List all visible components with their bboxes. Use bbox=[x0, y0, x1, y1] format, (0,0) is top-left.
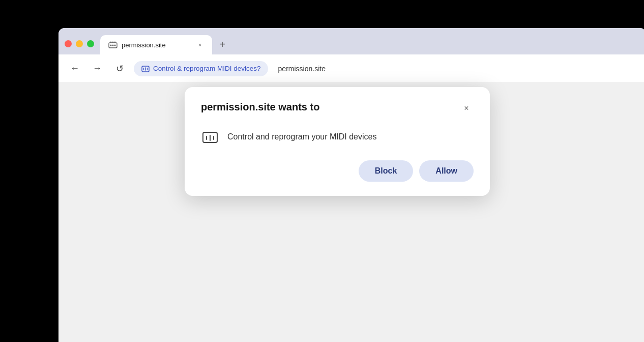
dialog-title: permission.site wants to bbox=[201, 101, 319, 113]
back-button[interactable]: ← bbox=[67, 61, 83, 77]
permission-pill-button[interactable]: Control & reprogram MIDI devices? bbox=[134, 61, 268, 76]
dialog-permission-row: Control and reprogram your MIDI devices bbox=[201, 128, 474, 146]
permission-description: Control and reprogram your MIDI devices bbox=[227, 132, 376, 141]
page-content: permission.site wants to × Control and r… bbox=[58, 83, 644, 342]
nav-bar: ← → ↺ Control & reprogram MIDI devices? … bbox=[58, 54, 644, 83]
dialog-close-button[interactable]: × bbox=[459, 101, 474, 116]
browser-window: permission.site × + ← → ↺ Control & repr… bbox=[58, 28, 644, 342]
new-tab-button[interactable]: + bbox=[214, 36, 230, 52]
allow-button[interactable]: Allow bbox=[419, 160, 474, 182]
tab-title: permission.site bbox=[122, 41, 192, 49]
active-tab[interactable]: permission.site × bbox=[100, 35, 212, 54]
midi-pill-icon bbox=[141, 64, 150, 73]
tab-bar: permission.site × + bbox=[58, 28, 644, 54]
permission-pill-text: Control & reprogram MIDI devices? bbox=[153, 65, 261, 72]
tab-close-button[interactable]: × bbox=[196, 41, 204, 49]
forward-button[interactable]: → bbox=[89, 61, 105, 77]
dialog-header: permission.site wants to × bbox=[201, 101, 474, 116]
maximize-window-button[interactable] bbox=[87, 40, 94, 47]
reload-button[interactable]: ↺ bbox=[111, 61, 128, 77]
midi-icon bbox=[201, 128, 219, 146]
svg-point-3 bbox=[114, 45, 116, 46]
window-controls bbox=[65, 40, 94, 54]
block-button[interactable]: Block bbox=[359, 160, 414, 182]
svg-point-2 bbox=[112, 45, 114, 46]
close-window-button[interactable] bbox=[65, 40, 72, 47]
minimize-window-button[interactable] bbox=[76, 40, 83, 47]
tab-favicon-icon bbox=[108, 40, 118, 49]
svg-point-1 bbox=[110, 45, 112, 46]
permission-dialog: permission.site wants to × Control and r… bbox=[185, 87, 490, 196]
dialog-actions: Block Allow bbox=[201, 160, 474, 182]
url-bar[interactable]: permission.site bbox=[278, 65, 326, 73]
